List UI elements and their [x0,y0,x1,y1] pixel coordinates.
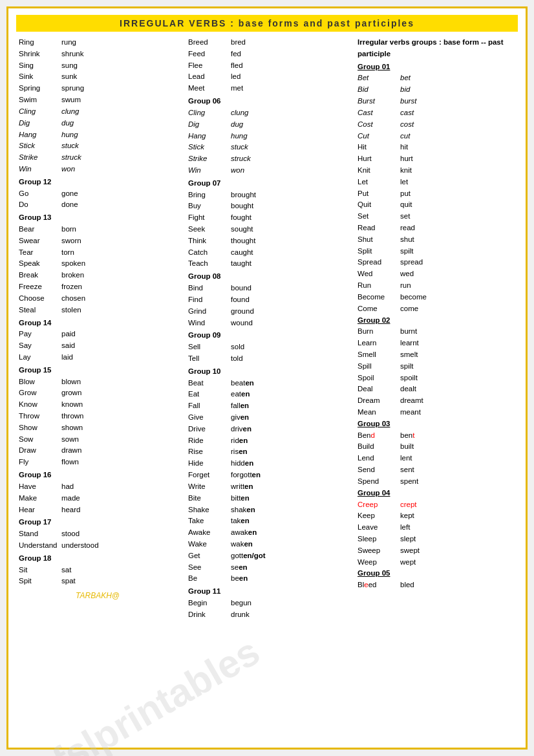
base-form: Beat [188,378,227,389]
verb-row: Winwon [188,165,346,177]
past-form: put [400,188,411,200]
past-form: broken [61,270,84,281]
group-label: Group 13 [19,212,176,224]
past-form: taken [231,515,250,527]
base-form: Send [358,464,396,476]
base-form: Eat [188,389,227,400]
verb-row: Becomebecome [358,292,515,303]
past-form: spat [61,576,76,587]
verb-row: Breakbroken [19,270,176,281]
base-form: Wake [188,539,227,550]
verb-row: Hurthurt [358,153,515,165]
base-form: Buy [188,200,227,212]
base-form: Lay [19,352,58,363]
past-form: become [400,292,427,303]
past-form: hit [400,142,408,153]
past-form: built [400,441,414,453]
verb-row: Wedwed [358,268,515,280]
verb-row: Hearheard [19,504,176,516]
base-form: Freeze [19,281,58,293]
verb-row: Quitquit [358,199,515,211]
verb-row: Teartorn [19,247,176,259]
past-form: blown [61,376,81,388]
base-form: Throw [19,411,58,422]
verb-row: Keepkept [358,510,515,522]
verb-row: Strikestruck [188,153,346,165]
base-form: Learn [358,338,396,349]
past-form: stood [61,528,80,540]
base-form: Bring [188,189,227,201]
base-form: Spill [358,361,396,373]
verb-row: Understandunderstood [19,540,176,552]
past-form: bet [400,72,411,84]
verb-row: Putput [358,188,515,200]
base-form: Get [188,550,227,562]
verb-row: Digdug [188,119,346,131]
past-form: eaten [231,389,250,400]
verb-row: Buybought [188,200,346,212]
past-form: gotten/got [231,550,266,562]
group-label: Group 11 [188,586,346,598]
base-form: Hang [188,131,227,142]
verb-row: Findfound [188,294,346,306]
base-form: Cut [358,131,396,142]
past-form: cost [400,119,414,131]
past-form: hung [61,129,78,141]
base-form: Be [188,573,227,585]
verb-row: Comecome [358,303,515,315]
past-form: taught [231,258,251,270]
base-form: Quit [358,199,396,211]
past-form: knit [400,165,412,177]
verb-row: Sweepswept [358,545,515,557]
past-form: thought [231,235,255,247]
verb-row: Bearborn [19,224,176,235]
verb-row: Seeksought [188,224,346,235]
base-form: Seek [188,224,227,235]
verb-row: Showshown [19,422,176,434]
past-form: dug [231,119,243,131]
base-form: Breed [188,37,227,49]
base-form: Sink [19,71,58,83]
base-form: Burn [358,326,396,338]
base-form: Ring [19,37,58,49]
base-form: Write [188,481,227,493]
past-form: met [231,83,243,94]
base-form: Hang [19,129,58,141]
verb-row: Buildbuilt [358,441,515,453]
past-form: given [231,412,249,424]
past-form: sent [400,464,414,476]
base-form: Strike [19,152,58,164]
past-form: swum [61,94,81,106]
verb-row: Castcast [358,107,515,119]
past-form: hung [231,131,248,142]
base-form: Stand [19,528,58,540]
past-form: made [61,493,80,504]
past-form: dealt [400,383,416,395]
past-form: wed [400,268,414,280]
group-label: Group 01 [358,61,515,73]
base-form: Fly [19,457,58,468]
verb-row: Bleedbled [358,579,515,591]
past-form: run [400,280,411,292]
verb-row: Dealdealt [358,383,515,395]
verb-row: Wakewaken [188,539,346,550]
base-form: Tell [188,353,227,365]
past-form: let [400,177,408,188]
base-form: Stick [19,140,58,152]
past-form: lent [400,453,412,464]
verb-row: Fallfallen [188,400,346,412]
verb-row: Windwound [188,318,346,329]
verb-row: Feedfed [188,49,346,60]
past-form: meant [400,407,421,418]
verb-row: Laylaid [19,352,176,363]
past-form: waken [231,539,253,550]
past-form: won [61,164,75,175]
base-form: Feed [188,49,227,60]
verb-row: Spillspilt [358,361,515,373]
base-form: Drink [188,609,227,621]
base-form: Begin [188,598,227,609]
past-form: beaten [231,378,254,389]
page-header: IRREGULAR VERBS : base forms and past pa… [16,15,518,32]
past-form: swept [400,545,420,557]
base-form: Hit [358,142,396,153]
